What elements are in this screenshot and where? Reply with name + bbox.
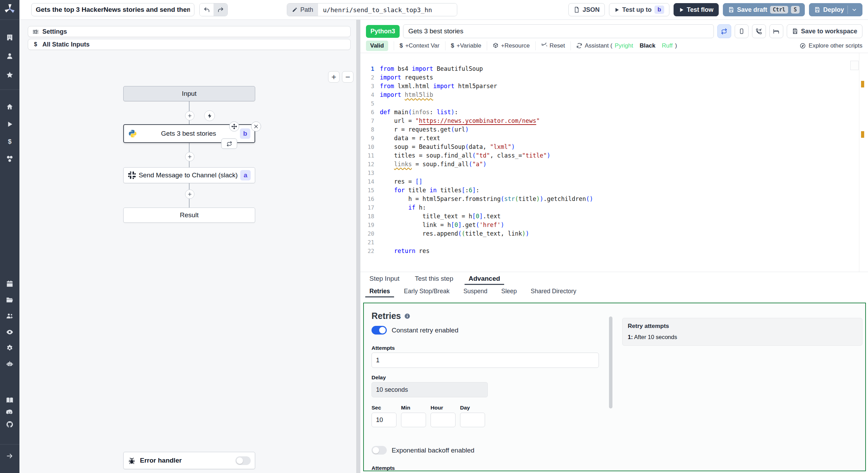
flow-settings-row[interactable]: Settings [28, 26, 351, 37]
code-line[interactable]: soup = BeautifulSoup(data, "lxml") [380, 143, 854, 151]
flow-static-inputs-row[interactable]: $ All Static Inputs [28, 39, 351, 50]
user-icon[interactable] [0, 50, 19, 62]
subtab-early-stop[interactable]: Early Stop/Break [404, 285, 449, 297]
add-step-button[interactable] [185, 152, 194, 161]
diff-button[interactable] [769, 24, 783, 38]
dollar-icon[interactable]: $ [0, 135, 19, 148]
subtab-shared-directory[interactable]: Shared Directory [531, 285, 576, 297]
code-lines[interactable]: from bs4 import BeautifulSoupimport requ… [380, 65, 854, 255]
trigger-button[interactable] [204, 110, 215, 121]
code-line[interactable]: r = requests.get(url) [380, 125, 854, 134]
code-line[interactable]: def main(infos: list): [380, 108, 854, 117]
constant-retry-toggle[interactable] [372, 326, 387, 335]
code-line[interactable]: import requests [380, 73, 854, 82]
tab-test-this-step[interactable]: Test this step [415, 272, 453, 285]
code-line[interactable]: h = html5parser.fromstring(str(title)).g… [380, 195, 854, 203]
redo-button[interactable] [214, 3, 227, 16]
folder-open-icon[interactable] [0, 294, 19, 306]
save-to-workspace-button[interactable]: Save to workspace [787, 24, 862, 38]
add-step-button[interactable] [185, 111, 194, 120]
users-gear-icon[interactable] [0, 310, 19, 322]
calendar-icon[interactable] [0, 278, 19, 290]
building-icon[interactable] [0, 31, 19, 44]
code-line[interactable] [380, 99, 854, 108]
info-icon[interactable] [404, 313, 410, 319]
loop-node-button[interactable] [221, 138, 237, 149]
zoom-in-button[interactable]: + [328, 71, 340, 83]
code-editor[interactable]: 12345678910111213141516171819202122 from… [360, 53, 868, 272]
flow-node-result[interactable]: Result [123, 208, 255, 223]
explore-other-scripts-button[interactable]: Explore other scripts [800, 42, 862, 49]
reset-button[interactable]: Reset [535, 41, 570, 50]
flow-node-error-handler[interactable]: Error handler [123, 452, 255, 469]
code-line[interactable] [380, 169, 854, 177]
path-label[interactable]: Path [287, 3, 318, 16]
add-context-var-button[interactable]: $ +Context Var [394, 41, 445, 50]
sec-input[interactable] [372, 413, 397, 427]
code-line[interactable]: if h: [380, 203, 854, 212]
json-button[interactable]: JSON [568, 3, 605, 16]
test-up-to-button[interactable]: Test up to b [609, 3, 669, 16]
star-icon[interactable] [0, 69, 19, 81]
code-line[interactable]: return res [380, 247, 854, 255]
book-open-icon[interactable] [0, 394, 19, 406]
attempts-input[interactable] [372, 353, 599, 368]
zoom-out-button[interactable]: − [342, 71, 353, 83]
cubes-icon[interactable] [0, 153, 19, 165]
add-variable-button[interactable]: $ +Variable [445, 41, 487, 50]
code-line[interactable]: from lxml.html import html5parser [380, 82, 854, 91]
assistant-status[interactable]: Assistant (Pyright Black Ruff) [570, 41, 683, 50]
panel-splitter[interactable] [356, 20, 360, 473]
undo-button[interactable] [200, 3, 214, 16]
play-icon[interactable] [0, 118, 19, 130]
reload-script-button[interactable] [717, 24, 731, 38]
step-title-input[interactable] [403, 24, 714, 38]
code-line[interactable] [380, 238, 854, 247]
eye-icon[interactable] [0, 326, 19, 338]
windmill-logo[interactable] [0, 3, 19, 15]
layout-button[interactable] [735, 24, 749, 38]
tab-advanced[interactable]: Advanced [469, 272, 500, 285]
code-line[interactable]: import html5lib [380, 91, 854, 99]
retries-scrollbar[interactable] [609, 316, 612, 408]
tab-step-input[interactable]: Step Input [369, 272, 400, 285]
code-line[interactable]: titles = soup.find_all("td", class_="tit… [380, 151, 854, 160]
delete-node-button[interactable] [251, 121, 261, 132]
code-line[interactable]: res = [] [380, 177, 854, 186]
code-line[interactable]: link = h[0].get('href') [380, 221, 854, 229]
code-line[interactable]: data = r.text [380, 134, 854, 143]
github-icon[interactable] [0, 418, 19, 431]
expand-arrow-icon[interactable] [0, 450, 19, 462]
path-value[interactable]: u/henri/send_to_slack_top3_hn [318, 3, 457, 16]
subtab-sleep[interactable]: Sleep [501, 285, 517, 297]
exponential-backoff-toggle[interactable] [372, 446, 387, 455]
code-line[interactable]: title_text = h[0].text [380, 212, 854, 221]
flow-title-input[interactable] [31, 3, 194, 16]
code-line[interactable]: from bs4 import BeautifulSoup [380, 65, 854, 73]
subtab-suspend[interactable]: Suspend [464, 285, 487, 297]
move-node-button[interactable] [229, 121, 239, 132]
robot-icon[interactable] [0, 358, 19, 370]
day-input[interactable] [460, 413, 485, 427]
discord-icon[interactable] [0, 406, 19, 419]
save-draft-button[interactable]: Save draft Ctrl S [723, 3, 805, 16]
hour-input[interactable] [431, 413, 456, 427]
delay-input[interactable] [372, 382, 488, 397]
flow-node-input[interactable]: Input [123, 86, 255, 101]
code-line[interactable]: links = soup.find_all("a") [380, 160, 854, 169]
error-handler-toggle[interactable] [235, 456, 251, 465]
code-line[interactable]: res.append((title_text, link)) [380, 229, 854, 238]
min-input[interactable] [401, 413, 426, 427]
webhook-button[interactable] [752, 24, 766, 38]
gear-icon[interactable] [0, 342, 19, 354]
deploy-button[interactable]: Deploy [809, 3, 862, 16]
subtab-retries[interactable]: Retries [369, 285, 390, 297]
home-icon[interactable] [0, 101, 19, 113]
code-line[interactable]: url = "https://news.ycombinator.com/news… [380, 117, 854, 125]
test-flow-button[interactable]: Test flow [674, 3, 719, 16]
add-step-button[interactable] [185, 189, 194, 199]
chevron-down-icon[interactable] [851, 7, 857, 13]
add-resource-button[interactable]: +Resource [487, 41, 535, 50]
flow-node-step-a[interactable]: Send Message to Channel (slack) a [123, 167, 255, 183]
code-line[interactable]: for title in titles[:6]: [380, 186, 854, 195]
